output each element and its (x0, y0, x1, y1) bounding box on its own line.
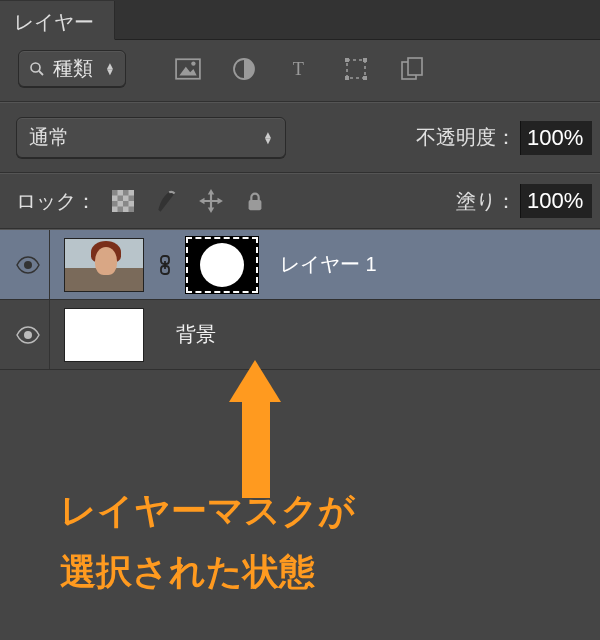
filter-row: 種類 ▲▼ T (0, 40, 600, 102)
mask-circle-icon (200, 243, 244, 287)
visibility-toggle[interactable] (6, 300, 50, 369)
svg-point-4 (191, 61, 195, 65)
svg-rect-19 (112, 201, 118, 207)
svg-point-0 (31, 63, 40, 72)
layer-row[interactable]: レイヤー 1 (0, 230, 600, 300)
filter-type-text-icon[interactable]: T (286, 56, 314, 82)
search-icon (29, 61, 45, 77)
lock-position-icon[interactable] (198, 188, 224, 214)
lock-all-icon[interactable] (242, 188, 268, 214)
svg-rect-10 (345, 76, 349, 80)
svg-rect-15 (112, 190, 118, 196)
svg-point-29 (24, 331, 32, 339)
lock-image-icon[interactable] (154, 188, 180, 214)
svg-rect-24 (249, 200, 262, 210)
annotation: レイヤーマスクが 選択された状態 (60, 480, 560, 602)
fill-block: 塗り： 100% (456, 184, 592, 218)
svg-rect-16 (123, 190, 129, 196)
filter-shape-icon[interactable] (342, 56, 370, 82)
layer-content: レイヤー 1 (50, 230, 377, 299)
svg-rect-21 (118, 207, 124, 213)
fill-value-input[interactable]: 100% (520, 184, 592, 218)
blend-mode-label: 通常 (29, 124, 69, 151)
svg-rect-8 (345, 58, 349, 62)
lock-icons (110, 188, 268, 214)
layer-thumbnail[interactable] (64, 238, 144, 292)
svg-rect-7 (347, 60, 365, 78)
layer-thumbnail[interactable] (64, 308, 144, 362)
svg-rect-13 (408, 58, 422, 75)
layer-mask-thumbnail[interactable] (186, 237, 258, 293)
svg-rect-2 (176, 59, 200, 79)
filter-adjustment-icon[interactable] (230, 56, 258, 82)
svg-rect-18 (129, 196, 135, 202)
svg-marker-23 (199, 189, 223, 213)
lock-transparency-icon[interactable] (110, 188, 136, 214)
filter-type-label: 種類 (53, 55, 93, 82)
svg-rect-17 (118, 196, 124, 202)
lock-label: ロック： (16, 188, 96, 215)
annotation-arrow-icon (230, 360, 280, 490)
svg-rect-9 (363, 58, 367, 62)
layer-content: 背景 (50, 300, 216, 369)
filter-pixel-icon[interactable] (174, 56, 202, 82)
dropdown-arrows-icon: ▲▼ (263, 132, 273, 144)
filter-smartobject-icon[interactable] (398, 56, 426, 82)
filter-type-dropdown[interactable]: 種類 ▲▼ (18, 50, 126, 87)
blend-row: 通常 ▲▼ 不透明度： 100% (0, 102, 600, 173)
filter-icon-strip: T (174, 56, 426, 82)
annotation-line2: 選択された状態 (60, 541, 560, 602)
layer-name[interactable]: 背景 (176, 321, 216, 348)
svg-rect-11 (363, 76, 367, 80)
annotation-text: レイヤーマスクが 選択された状態 (60, 480, 560, 602)
opacity-block: 不透明度： 100% (416, 121, 592, 155)
link-icon[interactable] (156, 255, 174, 275)
tab-layers[interactable]: レイヤー (0, 1, 115, 40)
visibility-toggle[interactable] (6, 230, 50, 299)
opacity-label[interactable]: 不透明度： (416, 124, 516, 151)
svg-rect-22 (129, 207, 135, 213)
svg-line-1 (39, 71, 43, 75)
panel-tab-row: レイヤー (0, 0, 600, 40)
svg-marker-3 (179, 66, 196, 75)
annotation-line1: レイヤーマスクが (60, 480, 560, 541)
svg-point-25 (24, 261, 32, 269)
dropdown-arrows-icon: ▲▼ (105, 63, 115, 75)
layers-list: レイヤー 1 背景 (0, 229, 600, 370)
svg-text:T: T (293, 59, 304, 79)
layer-row[interactable]: 背景 (0, 300, 600, 370)
blend-mode-dropdown[interactable]: 通常 ▲▼ (16, 117, 286, 158)
opacity-value-input[interactable]: 100% (520, 121, 592, 155)
fill-label[interactable]: 塗り： (456, 188, 516, 215)
svg-rect-20 (123, 201, 129, 207)
layer-name[interactable]: レイヤー 1 (280, 251, 377, 278)
lock-row: ロック： 塗り： 100% (0, 173, 600, 229)
